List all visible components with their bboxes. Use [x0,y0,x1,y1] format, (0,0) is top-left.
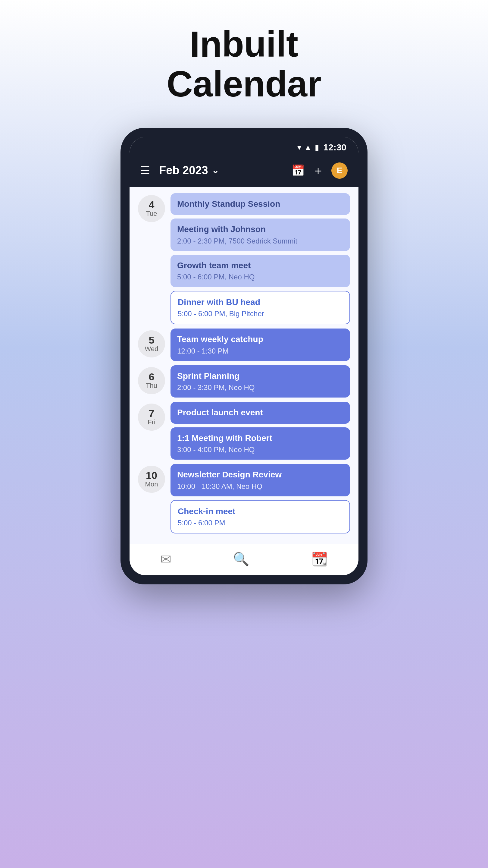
calendar-content: 4 Tue Monthly Standup Session Meeting wi… [130,187,358,544]
calendar-icon-button[interactable]: 📅 [291,164,305,177]
header-actions: 📅 ＋ E [291,162,348,179]
event-title: Meeting with Johnson [177,224,344,235]
day-badge-7: 7 Fri [138,404,165,431]
month-label: Feb 2023 [159,164,208,177]
event-meeting-johnson[interactable]: Meeting with Johnson 2:00 - 2:30 PM, 750… [170,218,350,251]
status-bar: ▾ ▲ ▮ 12:30 [130,137,358,156]
event-11-meeting-robert[interactable]: 1:1 Meeting with Robert 3:00 - 4:00 PM, … [170,427,350,460]
page-title: Inbuilt Calendar [167,24,321,104]
day-section-7: 7 Fri Product launch event 1:1 Meeting w… [138,402,350,460]
add-event-button[interactable]: ＋ [312,162,324,179]
event-team-catchup[interactable]: Team weekly catchup 12:00 - 1:30 PM [170,329,350,361]
event-monthly-standup[interactable]: Monthly Standup Session [170,193,350,215]
day-section-5: 5 Wed Team weekly catchup 12:00 - 1:30 P… [138,329,350,361]
calendar-nav-icon[interactable]: 📆 [311,551,328,567]
chevron-down-icon: ⌄ [212,165,219,176]
event-title: Growth team meet [177,260,344,271]
events-col-4: Monthly Standup Session Meeting with Joh… [170,193,350,324]
search-nav-icon[interactable]: 🔍 [233,551,250,567]
event-detail: 5:00 - 6:00 PM, Big Pitcher [178,309,343,318]
event-title: Monthly Standup Session [177,198,344,210]
day-badge-5: 5 Wed [138,330,165,358]
event-newsletter-review[interactable]: Newsletter Design Review 10:00 - 10:30 A… [170,464,350,496]
day-section-4: 4 Tue Monthly Standup Session Meeting wi… [138,193,350,324]
day-badge-4: 4 Tue [138,195,165,222]
status-icons: ▾ ▲ ▮ [297,143,319,152]
events-col-10: Newsletter Design Review 10:00 - 10:30 A… [170,464,350,533]
day-name-7: Fri [148,418,156,426]
day-num-6: 6 [149,372,155,382]
event-detail: 2:00 - 3:30 PM, Neo HQ [177,383,344,392]
day-name-4: Tue [146,210,157,218]
event-detail: 3:00 - 4:00 PM, Neo HQ [177,445,344,454]
wifi-icon: ▾ [297,143,301,152]
event-detail: 5:00 - 6:00 PM [178,518,343,527]
day-section-10: 10 Mon Newsletter Design Review 10:00 - … [138,464,350,533]
app-header: ☰ Feb 2023 ⌄ 📅 ＋ E [130,156,358,187]
avatar[interactable]: E [331,162,348,179]
day-num-10: 10 [146,470,157,480]
event-growth-team[interactable]: Growth team meet 5:00 - 6:00 PM, Neo HQ [170,255,350,287]
events-col-7: Product launch event 1:1 Meeting with Ro… [170,402,350,460]
day-name-5: Wed [145,345,158,353]
event-detail: 12:00 - 1:30 PM [177,346,344,355]
events-col-6: Sprint Planning 2:00 - 3:30 PM, Neo HQ [170,365,350,398]
day-num-7: 7 [149,408,155,418]
bottom-nav: ✉ 🔍 📆 [130,544,358,575]
day-section-6: 6 Thu Sprint Planning 2:00 - 3:30 PM, Ne… [138,365,350,398]
day-badge-6: 6 Thu [138,367,165,394]
day-num-4: 4 [149,199,155,210]
avatar-letter: E [337,166,343,176]
event-title: Team weekly catchup [177,334,344,345]
event-product-launch[interactable]: Product launch event [170,402,350,424]
phone-screen: ▾ ▲ ▮ 12:30 ☰ Feb 2023 ⌄ 📅 ＋ E [130,137,358,575]
event-detail: 5:00 - 6:00 PM, Neo HQ [177,272,344,281]
day-badge-10: 10 Mon [138,466,165,493]
day-name-10: Mon [145,480,158,488]
battery-icon: ▮ [315,143,319,152]
day-num-5: 5 [149,335,155,345]
events-col-5: Team weekly catchup 12:00 - 1:30 PM [170,329,350,361]
event-title: Product launch event [177,407,344,418]
event-title: 1:1 Meeting with Robert [177,433,344,444]
event-sprint-planning[interactable]: Sprint Planning 2:00 - 3:30 PM, Neo HQ [170,365,350,398]
signal-icon: ▲ [304,143,312,152]
day-name-6: Thu [146,382,157,390]
status-time: 12:30 [323,142,347,153]
event-checkin-meet[interactable]: Check-in meet 5:00 - 6:00 PM [170,500,350,534]
event-dinner-bu[interactable]: Dinner with BU head 5:00 - 6:00 PM, Big … [170,291,350,324]
event-title: Newsletter Design Review [177,469,344,480]
event-title: Check-in meet [178,506,343,517]
event-detail: 10:00 - 10:30 AM, Neo HQ [177,482,344,491]
event-title: Dinner with BU head [178,297,343,308]
event-title: Sprint Planning [177,371,344,381]
phone-device: ▾ ▲ ▮ 12:30 ☰ Feb 2023 ⌄ 📅 ＋ E [121,128,367,584]
month-title[interactable]: Feb 2023 ⌄ [159,164,285,177]
mail-nav-icon[interactable]: ✉ [160,552,171,567]
hamburger-icon[interactable]: ☰ [140,164,150,177]
event-detail: 2:00 - 2:30 PM, 7500 Sedrick Summit [177,236,344,246]
